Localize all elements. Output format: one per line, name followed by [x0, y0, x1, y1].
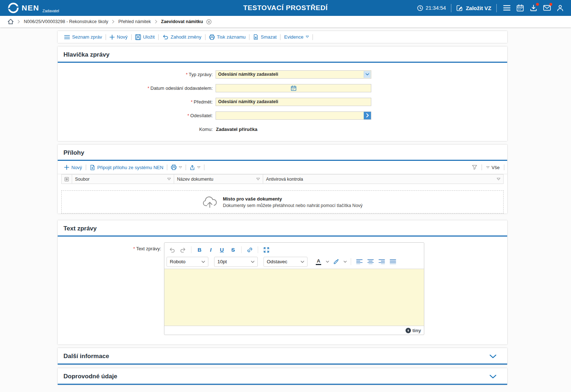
print-attachments-button[interactable]	[167, 164, 186, 170]
printer-icon	[209, 34, 215, 40]
insert-link-button[interactable]	[244, 245, 255, 255]
create-vz-label: Založit VZ	[466, 5, 491, 11]
block-format-select[interactable]: Odstavec	[264, 257, 307, 267]
novy-button[interactable]: Nový	[106, 34, 131, 40]
column-filter-icon[interactable]	[164, 178, 171, 180]
editor-toolbar-divider	[351, 258, 351, 265]
underline-button[interactable]: U	[217, 245, 227, 255]
editor-toolbar-divider	[258, 246, 258, 253]
odesilatel-input[interactable]	[216, 111, 371, 120]
chevron-down-icon[interactable]	[364, 71, 371, 78]
clock-icon	[417, 5, 423, 11]
breadcrumb-separator-icon	[112, 20, 114, 23]
column-filter-icon[interactable]	[494, 178, 500, 180]
messages-button[interactable]	[542, 3, 552, 13]
downloads-button[interactable]	[528, 3, 539, 13]
align-justify-button[interactable]	[388, 257, 398, 267]
record-toolbar-panel: Seznam zpráv Nový Uložit Zahodit změny	[58, 31, 507, 43]
messages-notification-dot	[549, 3, 552, 6]
nen-home-link[interactable]: NEN Zadavatel	[8, 3, 59, 13]
evidence-menu-button[interactable]: Evidence	[280, 34, 312, 40]
italic-button[interactable]: I	[205, 245, 216, 255]
text-color-menu-button[interactable]	[324, 257, 330, 267]
toolbar-divider	[482, 164, 482, 170]
align-right-button[interactable]	[376, 257, 387, 267]
font-size-select[interactable]: 10pt	[214, 257, 258, 267]
breadcrumb-item-procurement[interactable]: N006/25/V00003298 - Rekonstrukce školy	[24, 19, 108, 24]
tisk-zaznamu-button[interactable]: Tisk záznamu	[205, 34, 249, 40]
komu-label: Komu:	[58, 127, 216, 132]
undo-button[interactable]	[167, 245, 177, 255]
breadcrumb-item-current: Zaevidovat námitku	[161, 19, 203, 24]
menu-button[interactable]	[502, 3, 512, 13]
pripojit-prilohu-button[interactable]: Připojit přílohu ze systému NEN	[86, 165, 167, 170]
cloud-upload-icon	[202, 196, 217, 208]
printer-icon	[171, 164, 177, 170]
datepicker-calendar-icon[interactable]	[289, 85, 297, 92]
list-icon	[64, 35, 70, 39]
backcolor-split-button	[331, 257, 348, 267]
bold-button[interactable]: B	[194, 245, 205, 255]
expand-chevron-icon[interactable]	[490, 354, 496, 358]
vse-filter-button[interactable]: Vše	[483, 165, 503, 170]
pripojit-prilohu-label: Připojit přílohu ze systému NEN	[97, 165, 164, 170]
smazat-button[interactable]: Smazat	[249, 34, 280, 40]
profile-button[interactable]	[555, 3, 565, 13]
font-family-select[interactable]: Roboto	[167, 257, 208, 267]
topbar-divider	[496, 4, 497, 12]
export-attachments-button[interactable]	[186, 165, 204, 170]
session-clock: 21:34:54	[417, 5, 446, 11]
ulozit-button[interactable]: Uložit	[132, 34, 159, 40]
attach-document-icon	[90, 165, 95, 170]
highlight-color-menu-button[interactable]	[342, 257, 348, 267]
plus-icon	[110, 35, 115, 40]
collapsed-section-head[interactable]: Další informace	[58, 348, 507, 365]
column-header-nazev-dokumentu[interactable]: Název dokumentu	[174, 175, 263, 184]
app: NEN Zadavatel TESTOVACÍ PROSTŘEDÍ 21:34:…	[0, 0, 571, 392]
highlight-color-button[interactable]	[331, 257, 341, 267]
column-settings-button[interactable]	[61, 175, 72, 184]
clock-time: 21:34:54	[426, 5, 446, 11]
attachment-novy-label: Nový	[71, 165, 82, 170]
tiny-brand-link[interactable]: tiny	[406, 328, 421, 333]
editor-content-area[interactable]	[164, 269, 424, 326]
column-header-soubor[interactable]: Soubor	[72, 175, 174, 184]
odesilatel-lookup-button[interactable]	[364, 112, 371, 119]
align-center-button[interactable]	[365, 257, 376, 267]
breadcrumb-item-prehled-namitek[interactable]: Přehled námitek	[118, 19, 151, 24]
home-button[interactable]	[8, 19, 14, 24]
align-left-button[interactable]	[354, 257, 364, 267]
section-title: Hlavička zprávy	[58, 47, 507, 62]
column-filter-icon[interactable]	[253, 178, 260, 180]
required-marker: *	[186, 72, 187, 77]
editor-toolbar-divider	[241, 246, 242, 253]
downloads-notification-dot	[536, 3, 539, 6]
required-marker: *	[147, 85, 149, 91]
undo-icon	[162, 35, 168, 39]
seznam-zprav-button[interactable]: Seznam zpráv	[61, 34, 106, 40]
expand-chevron-icon[interactable]	[490, 375, 496, 379]
delete-icon	[253, 34, 258, 40]
close-tab-button[interactable]	[206, 19, 212, 25]
filter-funnel-button[interactable]	[468, 165, 481, 169]
attachment-novy-button[interactable]: Nový	[61, 165, 86, 170]
column-header-antivirova-kontrola[interactable]: Antivirová kontrola	[263, 175, 504, 184]
strikethrough-button[interactable]: S	[228, 245, 238, 255]
required-marker: *	[187, 113, 189, 118]
create-vz-button[interactable]: Založit VZ	[456, 5, 491, 11]
fullscreen-button[interactable]	[261, 245, 271, 255]
file-dropzone[interactable]: Místo pro vaše dokumenty Dokumenty sem m…	[61, 190, 504, 213]
typ-zpravy-select[interactable]: Odeslání námitky zadavateli	[216, 70, 371, 79]
collapsed-section-head[interactable]: Doprovodné údaje	[58, 368, 507, 385]
attachments-filter-group: Vše	[468, 164, 504, 170]
redo-button[interactable]	[178, 245, 188, 255]
section-head: Text zprávy	[58, 220, 507, 237]
field-odesilatel: *Odesílatel:	[58, 109, 507, 122]
zahodit-zmeny-button[interactable]: Zahodit změny	[159, 34, 205, 40]
calendar-button[interactable]	[515, 3, 525, 13]
text-color-button[interactable]: A	[313, 257, 324, 267]
komu-value: Zadavatel příručka	[216, 127, 257, 132]
predmet-input[interactable]	[216, 98, 371, 106]
typ-zpravy-label: *Typ zprávy:	[58, 72, 216, 77]
section-prilohy: Přílohy Nový Připojit přílohu ze systému…	[58, 145, 507, 213]
